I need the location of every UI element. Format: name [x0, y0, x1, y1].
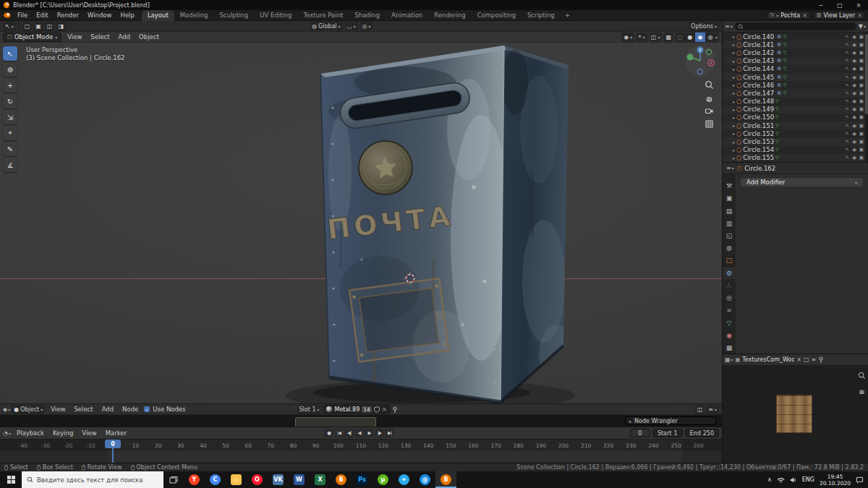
hide-in-viewport-icon[interactable]: ◉ — [852, 147, 856, 153]
measure-tool[interactable]: ∡ — [3, 158, 17, 172]
outliner-row[interactable]: ▸ ◯ Circle.149 ⚙ ▽ ↖ ◉ ▣ — [723, 106, 865, 114]
chrome[interactable]: C — [205, 471, 226, 488]
move-tool[interactable]: + — [3, 78, 17, 93]
hide-in-viewport-icon[interactable]: ◉ — [852, 131, 856, 137]
texture-tab[interactable]: ▦ — [723, 342, 736, 354]
play-button[interactable]: ▶ — [365, 429, 374, 437]
mode-dropdown[interactable]: □ Object Mode ▾ — [3, 33, 61, 42]
word[interactable]: W — [289, 471, 310, 488]
tray-expand-icon[interactable]: ∧ — [767, 476, 772, 483]
pan-hand-button[interactable] — [705, 93, 714, 103]
object-name[interactable]: Circle.141 — [743, 41, 774, 48]
outliner-row[interactable]: ▸ ◯ Circle.154 ⚙ ▽ ↖ ◉ ▣ — [723, 146, 865, 154]
outliner-row[interactable]: ▸ ◯ Circle.146 ⚙ ▽ ↖ ◉ ▣ — [723, 81, 865, 89]
selectable-icon[interactable]: ↖ — [846, 123, 849, 129]
scale-tool[interactable]: ⇲ — [3, 110, 17, 124]
toggle-xray-button[interactable]: ▩ — [663, 33, 673, 42]
utorrent[interactable]: µ — [373, 471, 393, 488]
taskbar-search-input[interactable] — [37, 476, 158, 484]
action-center-icon[interactable] — [856, 476, 864, 484]
network-icon[interactable] — [777, 476, 785, 483]
task-view-button[interactable] — [163, 471, 184, 488]
render-tab[interactable]: ▣ — [723, 192, 736, 204]
disclosure-icon[interactable]: ▸ — [733, 50, 735, 55]
disclosure-icon[interactable]: ▸ — [733, 140, 735, 145]
transform-orientation-dropdown[interactable]: ◍ Global ▾ — [310, 22, 343, 31]
mailbox-model[interactable]: ПОЧТА — [320, 46, 575, 402]
particles-tab[interactable]: ∴ — [723, 280, 736, 291]
hide-in-viewport-icon[interactable]: ◉ — [852, 82, 856, 88]
wood-texture-thumbnail[interactable] — [776, 395, 812, 433]
object-name[interactable]: Circle.151 — [743, 122, 774, 129]
object-tab[interactable]: □ — [723, 254, 736, 266]
outliner-row[interactable]: ▸ ◯ Circle.150 ⚙ ▽ ↖ ◉ ▣ — [723, 114, 865, 121]
selectable-icon[interactable]: ↖ — [846, 58, 849, 64]
add-modifier-button[interactable]: Add Modifier ▾ — [740, 177, 864, 187]
outliner-scrollbar[interactable] — [865, 33, 868, 162]
shader-editor-type-dropdown[interactable]: ◈▾ — [3, 406, 10, 413]
menu-item[interactable]: Add — [98, 404, 118, 415]
selectable-icon[interactable]: ↖ — [846, 131, 849, 137]
disclosure-icon[interactable]: ▸ — [733, 42, 735, 47]
outliner-row[interactable]: ▸ ◯ Circle.144 ⚙ ▽ ↖ ◉ ▣ — [723, 65, 865, 73]
material-tab[interactable]: ◉ — [723, 330, 736, 341]
auto-key-button[interactable]: ● — [324, 429, 333, 437]
modifiers-tab[interactable]: ⚙ — [723, 267, 736, 279]
workspace-tab[interactable]: Compositing — [472, 10, 522, 21]
taskbar-search[interactable] — [22, 471, 163, 488]
menu-item[interactable]: Playback — [12, 428, 48, 439]
toggle-perspective-button[interactable] — [705, 119, 714, 129]
blender[interactable]: B — [331, 471, 352, 488]
material-users-badge[interactable]: 14 — [362, 406, 372, 413]
disable-in-render-icon[interactable]: ▣ — [859, 131, 864, 137]
disable-in-render-icon[interactable]: ▣ — [859, 58, 864, 64]
mail[interactable]: @ — [414, 471, 435, 488]
menu-item[interactable]: Select — [69, 404, 97, 415]
object-name[interactable]: Circle.148 — [743, 98, 774, 105]
zoom-icon[interactable] — [858, 372, 866, 380]
hide-in-viewport-icon[interactable]: ◉ — [852, 155, 856, 160]
start-frame-field[interactable]: Start 1 — [652, 429, 683, 437]
outliner-row[interactable]: ▸ ◯ Circle.142 ⚙ ▽ ↖ ◉ ▣ — [723, 48, 865, 56]
menu-item[interactable]: Add — [114, 32, 135, 43]
selectable-icon[interactable]: ↖ — [846, 114, 849, 120]
sidebar-toggle-icon[interactable]: ≡▾ — [706, 405, 719, 414]
scene-selector[interactable]: ◳ ▾ Pochta × — [766, 11, 811, 20]
show-overlays-button[interactable]: ◫▾ — [649, 33, 663, 42]
close-button[interactable]: × — [849, 0, 868, 10]
disclosure-icon[interactable]: ▸ — [733, 155, 735, 160]
minimize-button[interactable]: ─ — [812, 0, 830, 10]
play-reverse-button[interactable]: ◀ — [354, 429, 364, 437]
disable-in-render-icon[interactable]: ▣ — [859, 90, 864, 96]
add-workspace-button[interactable]: + — [561, 10, 575, 21]
keyboard-language[interactable]: ENG — [802, 476, 814, 483]
file-explorer[interactable]: ▭ — [226, 471, 247, 488]
menu-item[interactable]: Render — [53, 10, 83, 21]
image-editor-body[interactable] — [723, 366, 868, 463]
image-editor-type-dropdown[interactable]: ▦▾ — [725, 356, 733, 363]
rendered-shading-button[interactable]: ◍ — [705, 33, 715, 42]
workspace-tab[interactable]: UV Editing — [254, 10, 297, 21]
scene-tab[interactable]: ◱ — [723, 230, 736, 241]
object-data-tab[interactable]: ▽ — [723, 317, 736, 328]
hide-in-viewport-icon[interactable]: ◉ — [852, 34, 856, 40]
workspace-tab[interactable]: Animation — [386, 10, 428, 21]
workspace-tab[interactable]: Sculpting — [213, 10, 254, 21]
vk[interactable]: VK — [268, 471, 289, 488]
disclosure-icon[interactable]: ▸ — [733, 67, 735, 72]
disclosure-icon[interactable]: ▸ — [733, 74, 735, 80]
maximize-button[interactable]: □ — [830, 0, 849, 10]
blender-active[interactable]: B — [435, 471, 456, 488]
object-name[interactable]: Circle.154 — [743, 146, 774, 153]
outliner-row[interactable]: ▸ ◯ Circle.145 ⚙ ▽ ↖ ◉ ▣ — [723, 73, 865, 81]
active-tool-dropdown[interactable]: ↖ ▾ — [3, 22, 16, 31]
object-name[interactable]: Circle.152 — [743, 130, 774, 137]
object-name[interactable]: Circle.146 — [743, 82, 774, 89]
disable-in-render-icon[interactable]: ▣ — [859, 42, 864, 48]
disable-in-render-icon[interactable]: ▣ — [859, 50, 864, 56]
current-frame-marker[interactable]: 0 — [105, 440, 121, 448]
hide-in-viewport-icon[interactable]: ◉ — [852, 106, 856, 112]
workspace-tab[interactable]: Scripting — [522, 10, 561, 21]
selectable-icon[interactable]: ↖ — [846, 147, 849, 153]
outliner-row[interactable]: ▸ ◯ Circle.152 ⚙ ▽ ↖ ◉ ▣ — [723, 129, 865, 137]
